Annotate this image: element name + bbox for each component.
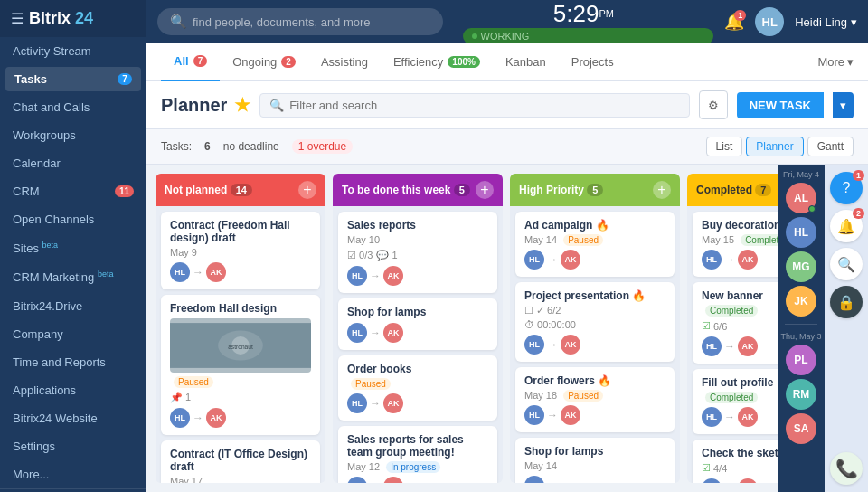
card-shop-lamps-hp[interactable]: Shop for lamps May 14 HL	[515, 438, 675, 483]
activity-avatar[interactable]: MG	[786, 251, 816, 282]
card-sales-reports[interactable]: Sales reports May 10 ☑ 0/3 💬 1 HL → AK	[338, 212, 497, 293]
tab-assisting[interactable]: Assisting	[308, 43, 381, 81]
tab-kanban[interactable]: Kanban	[493, 43, 559, 81]
card-order-books[interactable]: Order books Paused HL → AK	[338, 355, 497, 421]
notification-button[interactable]: 🔔 1	[724, 12, 744, 32]
sidebar-item-company[interactable]: Company	[0, 320, 146, 348]
tab-all-badge: 7	[193, 55, 208, 67]
search-bar[interactable]: 🔍	[157, 8, 443, 35]
activity-avatar[interactable]: AL	[786, 183, 816, 213]
planner-title: Planner ★	[161, 94, 250, 116]
avatar: HL	[347, 323, 367, 343]
tabs-more-button[interactable]: More ▾	[817, 55, 854, 69]
card-shop-for-lamps-week[interactable]: Shop for lamps HL → AK	[338, 298, 497, 350]
sidebar-item-chat[interactable]: Chat and Calls	[0, 93, 146, 121]
card-new-banner[interactable]: New banner Completed ☑ 6/6 HL → AK	[693, 282, 778, 364]
card-contract-it[interactable]: Contract (IT Office Design) draft May 17…	[161, 440, 320, 483]
ampm-label: PM	[599, 7, 614, 18]
sidebar-item-calendar[interactable]: Calendar	[0, 149, 146, 177]
avatar: AK	[738, 478, 758, 483]
tabs-bar: All 7 Ongoing 2 Assisting Efficiency 100…	[146, 43, 868, 81]
avatar: HL	[524, 476, 544, 483]
avatar: HL	[702, 250, 722, 270]
col-cards-high-priority: Ad campaign 🔥 May 14 Paused HL → AK Proj…	[510, 206, 680, 483]
tab-projects[interactable]: Projects	[559, 43, 627, 81]
avatar: HL	[702, 407, 722, 427]
avatar: AK	[206, 262, 226, 282]
kanban-column-this-week: To be done this week 5 + Sales reports M…	[333, 174, 503, 483]
avatar: HL	[347, 477, 367, 483]
sidebar-item-more[interactable]: More...	[0, 460, 146, 488]
card-ad-campaign[interactable]: Ad campaign 🔥 May 14 Paused HL → AK	[515, 212, 675, 277]
tab-efficiency-badge: 100%	[448, 56, 480, 68]
sidebar-item-drive[interactable]: Bitrix24.Drive	[0, 292, 146, 320]
kanban-column-not-planned: Not planned 14 + Contract (Freedom Hall …	[156, 174, 326, 483]
activity-avatar[interactable]: HL	[786, 217, 816, 248]
sidebar-item-applications[interactable]: Applications	[0, 376, 146, 404]
planner-view-button[interactable]: Planner	[746, 137, 803, 156]
card-order-flowers[interactable]: Order flowers 🔥 May 18 Paused HL → AK	[515, 367, 675, 432]
lock-button[interactable]: 🔒	[830, 286, 863, 318]
filter-bar[interactable]: 🔍	[259, 93, 689, 118]
phone-call-button[interactable]: 📞	[830, 452, 863, 485]
card-sales-reports-group[interactable]: Sales reports for sales team group meeti…	[338, 426, 497, 483]
user-name[interactable]: Heidi Ling ▾	[795, 15, 857, 29]
overdue-indicator: 1 overdue	[292, 139, 353, 154]
working-status[interactable]: WORKING	[463, 28, 714, 44]
star-icon[interactable]: ★	[234, 94, 250, 116]
list-view-button[interactable]: List	[706, 137, 743, 156]
sidebar-item-website[interactable]: Bitrix24 Website	[0, 404, 146, 432]
col-header-not-planned: Not planned 14 +	[156, 174, 326, 206]
activity-avatar[interactable]: PL	[786, 345, 816, 375]
card-image: astronaut	[170, 318, 311, 373]
sidebar-item-crm[interactable]: CRM 11	[0, 177, 146, 205]
search-button[interactable]: 🔍	[830, 248, 863, 280]
help-button[interactable]: ? 1	[830, 172, 863, 204]
sidebar-item-settings[interactable]: Settings	[0, 432, 146, 460]
svg-text:astronaut: astronaut	[228, 344, 253, 350]
sidebar-item-crm-marketing[interactable]: CRM Marketing beta	[0, 262, 146, 291]
activity-avatar[interactable]: SA	[786, 413, 816, 444]
chevron-down-icon: ▾	[847, 55, 854, 69]
sidebar-item-reports[interactable]: Time and Reports	[0, 348, 146, 376]
sidebar-item-workgroups[interactable]: Workgroups	[0, 121, 146, 149]
add-card-high-priority[interactable]: +	[653, 181, 671, 199]
panel-divider	[785, 324, 817, 325]
card-fill-out-profile[interactable]: Fill out profile Completed HL → AK	[693, 369, 778, 434]
sidebar-item-sites[interactable]: Sites beta	[0, 233, 146, 262]
card-project-presentation[interactable]: Project presentation 🔥 ☐ ✓ 6/2 ⏱ 00:00:0…	[515, 282, 675, 362]
gantt-view-button[interactable]: Gantt	[807, 137, 854, 156]
settings-button[interactable]: ⚙	[699, 90, 728, 119]
sidebar-item-activity[interactable]: Activity Stream	[0, 37, 146, 65]
sidebar-item-tasks[interactable]: Tasks 7	[5, 67, 141, 91]
avatar: HL	[170, 408, 190, 428]
card-freedom-hall-design[interactable]: Freedom Hall design astronaut Paused	[161, 295, 320, 435]
activity-avatar[interactable]: JK	[786, 286, 816, 317]
add-card-not-planned[interactable]: +	[298, 181, 316, 199]
avatar: AK	[383, 323, 403, 343]
task-summary-bar: Tasks: 6 no deadline 1 overdue List Plan…	[146, 129, 868, 165]
add-card-this-week[interactable]: +	[476, 181, 494, 199]
logo-bar: ☰ Bitrix 24	[0, 0, 146, 37]
notifications-button[interactable]: 🔔 2	[830, 210, 863, 242]
card-contract-freedom[interactable]: Contract (Freedom Hall design) draft May…	[161, 212, 320, 289]
card-buy-decoration[interactable]: Buy decoration elements May 15 Completed…	[693, 212, 778, 277]
search-input[interactable]	[193, 15, 430, 29]
tab-ongoing-badge: 2	[281, 56, 296, 68]
right-panel: 🔍 5:29PM WORKING 🔔 1 HL Heidi Ling ▾ All	[146, 0, 868, 492]
tab-efficiency[interactable]: Efficiency 100%	[381, 43, 493, 81]
filter-input[interactable]	[289, 99, 679, 112]
kanban-column-completed: Completed 7 + Buy decoration elements Ma…	[687, 174, 778, 483]
phone-icon: 📞	[835, 458, 858, 479]
tab-ongoing[interactable]: Ongoing 2	[220, 43, 308, 81]
card-check-sketch[interactable]: Check the sketch 🔥 ☑ 4/4 HL → AK	[693, 440, 778, 483]
search-icon: 🔍	[170, 14, 187, 30]
menu-icon[interactable]: ☰	[11, 10, 24, 27]
new-task-dropdown-button[interactable]: ▾	[833, 92, 854, 118]
tasks-badge: 7	[118, 73, 132, 85]
status-dot	[472, 33, 477, 39]
new-task-button[interactable]: NEW TASK	[737, 92, 824, 118]
activity-avatar[interactable]: RM	[786, 379, 816, 410]
sidebar-item-open-channels[interactable]: Open Channels	[0, 205, 146, 233]
tab-all[interactable]: All 7	[161, 43, 220, 81]
